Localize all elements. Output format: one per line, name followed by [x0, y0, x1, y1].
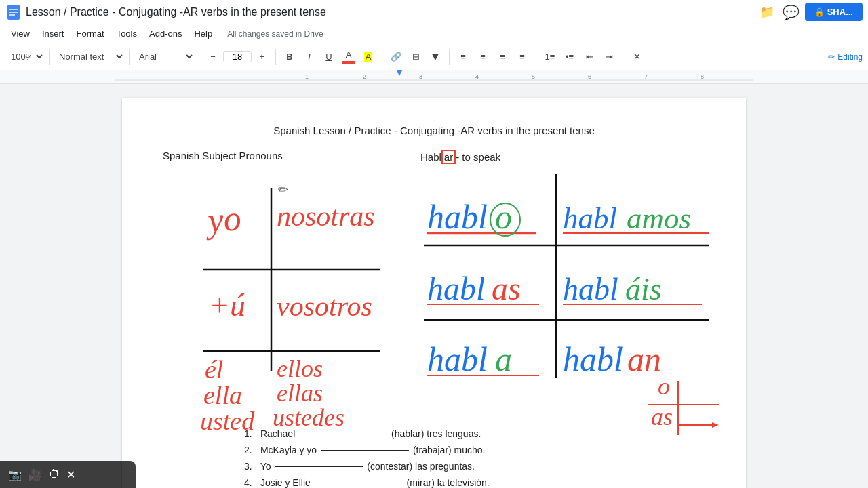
underline-button[interactable]: U — [319, 47, 338, 66]
exercise-2: 2. McKayla y yo (trabajar) mucho. — [244, 445, 705, 455]
font-size-increase[interactable]: + — [252, 47, 271, 66]
ruler: 1 2 3 4 5 6 7 8 9 10 — [0, 70, 868, 84]
svg-text:7: 7 — [644, 73, 648, 80]
clear-format[interactable]: ✕ — [627, 47, 646, 66]
left-heading: Spanish Subject Pronouns — [163, 150, 393, 161]
video-icon[interactable]: 🎥 — [28, 468, 42, 481]
list-group: 1≡ •≡ ⇤ ⇥ — [540, 47, 618, 66]
font-size-input[interactable] — [223, 51, 252, 62]
style-select[interactable]: Normal text — [54, 49, 125, 64]
menu-tools[interactable]: Tools — [111, 27, 142, 40]
svg-text:5: 5 — [532, 73, 535, 80]
indent-more[interactable]: ⇥ — [599, 47, 618, 66]
svg-text:as: as — [492, 270, 521, 306]
left-column: Spanish Subject Pronouns yo nosotras +ú — [163, 150, 393, 435]
toolbar: 100% Normal text Arial − + B I U A A 🔗 ⊞ — [0, 43, 868, 70]
sep1 — [49, 49, 50, 65]
svg-rect-1 — [9, 9, 18, 10]
share-button[interactable]: 🔒 SHA... — [805, 3, 863, 21]
style-group: Normal text — [54, 49, 125, 64]
menu-insert[interactable]: Insert — [37, 27, 70, 40]
hablar-meaning: - to speak — [456, 151, 500, 163]
right-column: Habl ar - to speak habl o — [420, 150, 719, 435]
edit-mode[interactable]: ✏ Editing — [828, 52, 863, 62]
close-icon[interactable]: ✕ — [66, 468, 75, 481]
svg-text:amos: amos — [627, 201, 691, 235]
font-group: Arial — [134, 49, 195, 64]
ruler-svg: 1 2 3 4 5 6 7 8 9 10 — [115, 70, 753, 84]
svg-text:habl: habl — [427, 198, 488, 236]
svg-text:habl: habl — [563, 272, 618, 306]
exercise-4: 4. Josie y Ellie (mirar) la televisión. — [244, 477, 705, 488]
svg-rect-4 — [115, 70, 753, 84]
svg-rect-3 — [9, 14, 15, 16]
clock-icon[interactable]: ⏱ — [49, 468, 60, 481]
svg-text:vosotros: vosotros — [277, 291, 372, 322]
camera-icon[interactable]: 📷 — [8, 468, 22, 481]
blank-1[interactable] — [299, 434, 387, 434]
menu-help[interactable]: Help — [189, 27, 218, 40]
doc-title: Spanish Lesson / Practice - Conjugating … — [163, 125, 705, 136]
align-center[interactable]: ≡ — [473, 47, 492, 66]
draw-button[interactable]: ▼ — [426, 47, 445, 66]
sep2 — [129, 49, 130, 65]
menu-addons[interactable]: Add-ons — [144, 27, 187, 40]
align-justify[interactable]: ≡ — [513, 47, 532, 66]
indent-less[interactable]: ⇤ — [580, 47, 599, 66]
sep5 — [382, 49, 382, 65]
doc-page[interactable]: Spanish Lesson / Practice - Conjugating … — [122, 98, 746, 488]
zoom-group: 100% — [5, 49, 45, 64]
highlight-button[interactable]: A — [359, 47, 378, 66]
doc-area: Spanish Lesson / Practice - Conjugating … — [0, 84, 868, 488]
sep6 — [449, 49, 450, 65]
pronouns-svg: yo nosotras +ú vosotros él ella usted el… — [163, 168, 393, 432]
svg-text:✏: ✏ — [278, 183, 288, 197]
svg-text:habl: habl — [427, 340, 488, 378]
svg-text:a: a — [495, 340, 512, 378]
sep7 — [536, 49, 536, 65]
ol-button[interactable]: 1≡ — [540, 47, 559, 66]
sep8 — [623, 49, 623, 65]
docs-icon — [5, 4, 22, 20]
svg-rect-2 — [9, 12, 18, 13]
font-select[interactable]: Arial — [134, 49, 195, 64]
svg-text:él: él — [205, 355, 223, 384]
text-color-button[interactable]: A — [339, 47, 358, 66]
sep3 — [199, 49, 199, 65]
folder-icon[interactable]: 📁 — [760, 5, 774, 20]
align-left[interactable]: ≡ — [454, 47, 473, 66]
svg-text:2: 2 — [363, 73, 366, 80]
pencil-icon: ✏ — [828, 52, 835, 62]
svg-text:+ú: +ú — [209, 288, 245, 323]
svg-text:yo: yo — [203, 199, 243, 240]
svg-text:as: as — [651, 403, 673, 430]
svg-text:habl: habl — [563, 340, 623, 378]
svg-text:habl: habl — [563, 201, 617, 235]
image-button[interactable]: ⊞ — [406, 47, 425, 66]
doc-title: Lesson / Practice - Conjugating -AR verb… — [26, 6, 760, 18]
align-right[interactable]: ≡ — [493, 47, 512, 66]
svg-text:o: o — [658, 373, 670, 400]
italic-button[interactable]: I — [300, 47, 319, 66]
bold-button[interactable]: B — [280, 47, 299, 66]
lock-icon: 🔒 — [814, 7, 825, 17]
svg-text:4: 4 — [475, 73, 479, 80]
bottom-bar: 📷 🎥 ⏱ ✕ — [0, 461, 136, 488]
blank-3[interactable] — [275, 466, 363, 467]
menu-view[interactable]: View — [5, 27, 35, 40]
sep4 — [275, 49, 276, 65]
zoom-select[interactable]: 100% — [5, 49, 45, 64]
svg-text:ellas: ellas — [277, 380, 323, 407]
blank-2[interactable] — [321, 450, 409, 451]
link-button[interactable]: 🔗 — [387, 47, 406, 66]
font-size-decrease[interactable]: − — [203, 47, 222, 66]
svg-text:1: 1 — [305, 73, 309, 80]
svg-text:ellos: ellos — [277, 355, 323, 382]
comment-icon[interactable]: 💬 — [783, 4, 800, 20]
blank-4[interactable] — [315, 483, 403, 483]
menu-format[interactable]: Format — [71, 27, 109, 40]
svg-text:6: 6 — [588, 73, 591, 80]
svg-text:áis: áis — [625, 272, 662, 306]
menu-bar: View Insert Format Tools Add-ons Help Al… — [0, 24, 868, 43]
ul-button[interactable]: •≡ — [560, 47, 579, 66]
